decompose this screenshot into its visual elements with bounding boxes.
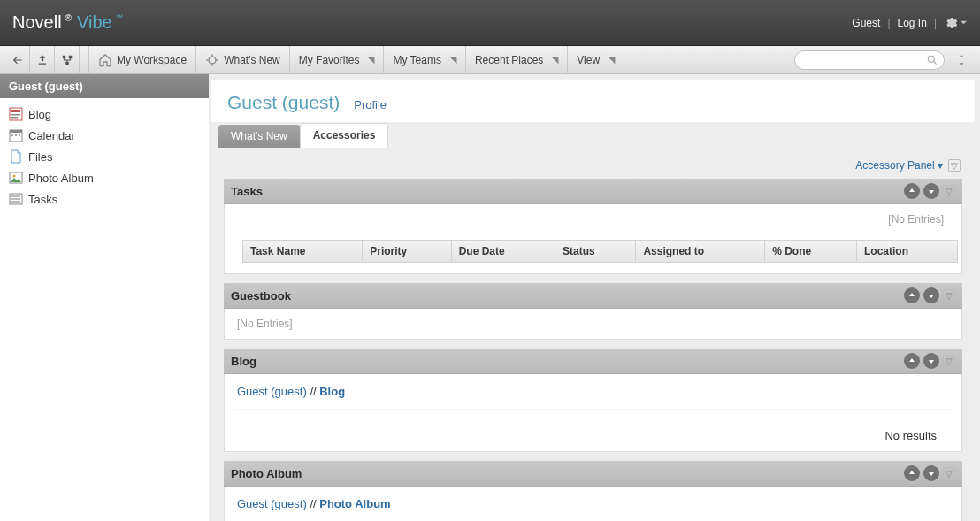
panel-actions: ▽ — [904, 353, 955, 369]
sidebar-item-tasks[interactable]: Tasks — [0, 188, 209, 210]
breadcrumb: Guest (guest) // Blog — [225, 374, 961, 409]
col-location[interactable]: Location — [856, 241, 957, 263]
sparkle-icon — [205, 53, 219, 67]
panel-header: Tasks ▽ — [224, 179, 962, 204]
panel-menu-button[interactable]: ▽ — [943, 185, 955, 197]
user-link[interactable]: Guest — [852, 17, 880, 29]
panel-guestbook: Guestbook ▽ [No Entries] — [224, 283, 962, 340]
panel-header: Blog ▽ — [224, 349, 962, 374]
move-down-button[interactable] — [923, 287, 939, 303]
breadcrumb-separator: // — [310, 385, 319, 398]
move-up-button[interactable] — [904, 183, 920, 199]
no-entries-label: [No Entries] — [225, 204, 961, 234]
crumb-target-link[interactable]: Photo Album — [319, 497, 390, 510]
panel-photo-album: Photo Album ▽ Guest (guest) // Photo Alb… — [224, 461, 962, 521]
chevron-icon: ◥ — [551, 54, 558, 65]
brand-dot: ® — [65, 13, 72, 23]
svg-rect-18 — [11, 198, 20, 200]
col-assigned-to[interactable]: Assigned to — [636, 241, 765, 263]
move-down-button[interactable] — [923, 465, 939, 481]
upload-button[interactable] — [30, 46, 55, 73]
sidebar-item-files[interactable]: Files — [0, 146, 209, 167]
menu-whats-new[interactable]: What's New — [196, 46, 290, 73]
no-entries-label: [No Entries] — [225, 309, 961, 339]
chevron-down-icon — [960, 19, 968, 27]
file-icon — [9, 149, 23, 164]
panel-title: Guestbook — [231, 289, 291, 303]
tree-button[interactable] — [55, 46, 80, 73]
move-up-button[interactable] — [904, 353, 920, 369]
col-task-name[interactable]: Task Name — [243, 241, 363, 263]
sidebar-item-blog[interactable]: Blog — [0, 103, 209, 125]
accessory-panel-link[interactable]: Accessory Panel ▾ — [855, 159, 943, 172]
menu-my-workspace[interactable]: My Workspace — [88, 46, 196, 73]
panel-header: Photo Album ▽ — [224, 461, 962, 487]
col-status[interactable]: Status — [555, 241, 636, 263]
sidebar: Guest (guest) Blog Calendar Files Photo … — [0, 74, 211, 521]
chevron-icon: ◥ — [367, 54, 374, 65]
arrow-down-icon — [927, 469, 936, 478]
back-button[interactable] — [5, 46, 30, 73]
calendar-icon — [9, 128, 23, 142]
search-input[interactable] — [794, 50, 945, 70]
menu-recent-places[interactable]: Recent Places ◥ — [466, 46, 568, 73]
menu-my-favorites[interactable]: My Favorites ◥ — [290, 46, 385, 73]
sidebar-item-calendar[interactable]: Calendar — [0, 125, 209, 146]
col-percent-done[interactable]: % Done — [765, 241, 857, 263]
menu-my-teams[interactable]: My Teams ◥ — [384, 46, 465, 73]
search-icon — [926, 54, 938, 66]
svg-rect-0 — [62, 55, 65, 58]
svg-rect-7 — [11, 114, 20, 116]
sidebar-item-photo-album[interactable]: Photo Album — [0, 167, 209, 188]
toolbar-menus: My Workspace What's New My Favorites ◥ M… — [88, 46, 624, 73]
svg-point-15 — [13, 175, 16, 178]
svg-rect-17 — [11, 195, 20, 197]
move-down-button[interactable] — [923, 183, 939, 199]
home-icon — [98, 53, 112, 67]
panel-menu-button[interactable]: ▽ — [943, 355, 955, 367]
settings-menu[interactable] — [944, 16, 968, 30]
main: Guest (guest) Profile What's New Accesso… — [211, 80, 975, 521]
gear-icon — [944, 16, 958, 30]
panel-actions: ▽ — [904, 183, 955, 199]
collapse-button[interactable]: ▽ — [948, 159, 961, 172]
arrow-up-icon — [907, 291, 916, 300]
accessory-panel-menu: Accessory Panel ▾ ▽ — [224, 156, 962, 179]
crumb-target-label: Photo Album — [319, 497, 390, 510]
crumb-user-link[interactable]: Guest (guest) — [237, 497, 307, 510]
panel-body: [No Entries] — [224, 309, 962, 340]
menu-label: My Favorites — [299, 54, 360, 66]
col-due-date[interactable]: Due Date — [451, 241, 555, 263]
masthead: Novell® Vibe™ Guest | Log In | — [0, 0, 980, 46]
svg-rect-8 — [11, 117, 18, 119]
move-down-button[interactable] — [923, 353, 939, 369]
sidebar-item-label: Blog — [28, 108, 51, 121]
menu-view[interactable]: View ◥ — [568, 46, 624, 73]
col-priority[interactable]: Priority — [363, 241, 451, 263]
panel-title: Blog — [231, 355, 256, 368]
panel-menu-button[interactable]: ▽ — [943, 289, 955, 302]
crumb-user-link[interactable]: Guest (guest) — [237, 385, 307, 398]
move-up-button[interactable] — [904, 287, 920, 303]
dropdown-triangle-icon: ▾ — [938, 159, 943, 172]
panel-body: [No Entries] Task Name Priority Due Date… — [224, 204, 962, 274]
profile-link[interactable]: Profile — [354, 98, 387, 111]
tasks-icon — [9, 192, 23, 206]
panel-actions: ▽ — [904, 465, 955, 481]
expand-icon — [954, 53, 969, 67]
back-arrow-icon — [11, 54, 25, 66]
svg-rect-10 — [10, 130, 22, 133]
hierarchy-icon — [61, 54, 73, 66]
content-shell: Guest (guest) Blog Calendar Files Photo … — [0, 74, 980, 521]
move-up-button[interactable] — [904, 465, 920, 481]
login-link[interactable]: Log In — [898, 17, 927, 29]
separator: | — [934, 17, 937, 29]
panel-title: Photo Album — [231, 467, 302, 480]
panel-menu-button[interactable]: ▽ — [943, 467, 955, 479]
tab-accessories[interactable]: Accessories — [300, 123, 389, 148]
arrow-down-icon — [927, 291, 936, 300]
search-options[interactable] — [948, 46, 975, 73]
menu-label: My Teams — [393, 54, 440, 66]
tab-whats-new[interactable]: What's New — [218, 125, 300, 148]
crumb-target-link[interactable]: Blog — [319, 385, 345, 398]
